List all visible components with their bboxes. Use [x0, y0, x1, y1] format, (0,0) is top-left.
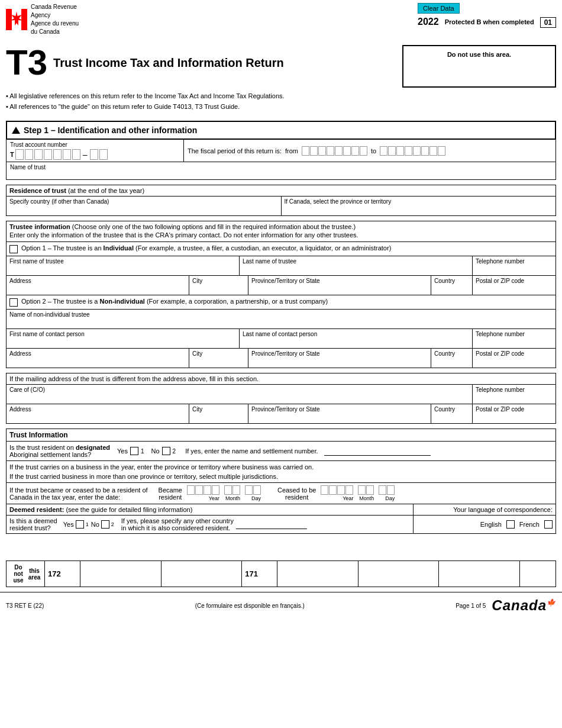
bottom-field-3[interactable] — [280, 569, 355, 578]
option2-text: Option 2 – The trustee is a Non-individu… — [21, 298, 328, 305]
mailing-city-cell: City — [189, 404, 248, 423]
seg-box-3[interactable] — [34, 149, 43, 160]
form-title: T3 Trust Income Tax and Information Retu… — [6, 45, 396, 80]
residence-country-input[interactable] — [9, 205, 278, 214]
agency-en: Canada Revenue — [31, 4, 77, 10]
bottom-field-4[interactable] — [361, 569, 436, 578]
first-name-contact-input[interactable] — [9, 337, 236, 346]
code-171-cell: 171 — [242, 561, 277, 587]
page: Canada Revenue Agency Agence du revenu d… — [0, 0, 562, 619]
bottom-field-6[interactable] — [523, 569, 553, 578]
residence-country-cell: Specify country (if other than Canada) — [7, 197, 282, 215]
maple-leaf-icon — [6, 9, 27, 30]
last-name-contact-input[interactable] — [243, 337, 469, 346]
fiscal-to: to — [371, 147, 376, 154]
bottom-input-1[interactable] — [80, 561, 162, 587]
address-contact-input[interactable] — [9, 357, 186, 366]
deemed-country-input[interactable] — [236, 520, 307, 529]
aboriginal-settlement-input[interactable] — [324, 446, 431, 456]
last-name-trustee-input[interactable] — [243, 265, 469, 273]
bottom-field-5[interactable] — [442, 569, 516, 578]
bottom-input-3[interactable] — [277, 561, 358, 587]
option2-checkbox[interactable] — [9, 298, 18, 307]
clear-data-button[interactable]: Clear Data — [418, 3, 460, 14]
aboriginal-yes-box[interactable] — [130, 447, 138, 455]
seg-box-4[interactable] — [44, 149, 52, 160]
is-deemed-left: Is this a deemed resident trust? Yes 1 N… — [7, 516, 414, 533]
bottom-do-not-use-label: Do not use this area — [7, 561, 45, 587]
deemed-yes-box[interactable] — [76, 520, 84, 529]
main-layout: T3 Trust Income Tax and Information Retu… — [0, 39, 562, 116]
name-of-trust-input[interactable] — [10, 170, 552, 178]
seg-box-7[interactable] — [72, 149, 80, 160]
bullet-list: All legislative references on this retur… — [0, 90, 402, 116]
residence-section: Residence of trust (at the end of the ta… — [6, 185, 556, 216]
became-ceased-row: If the trust became or ceased to be a re… — [6, 483, 556, 504]
french-box[interactable] — [544, 520, 553, 529]
last-name-trustee-cell: Last name of trustee — [240, 256, 473, 275]
first-name-trustee-input[interactable] — [9, 265, 236, 273]
deemed-no-box[interactable] — [101, 520, 109, 529]
telephone-trustee-input[interactable] — [476, 265, 553, 273]
postal-trustee-input[interactable] — [476, 284, 553, 293]
bottom-field-2[interactable] — [164, 569, 239, 578]
is-deemed-row: Is this a deemed resident trust? Yes 1 N… — [6, 516, 556, 534]
seg-box-1[interactable] — [15, 149, 24, 160]
bottom-input-5[interactable] — [439, 561, 520, 587]
mailing-telephone-input[interactable] — [476, 393, 553, 402]
mailing-city-input[interactable] — [192, 413, 245, 421]
telephone-contact-input[interactable] — [476, 337, 553, 346]
english-box[interactable] — [506, 520, 515, 529]
trust-info-header: Trust Information — [6, 429, 556, 442]
option1-checkbox[interactable] — [9, 245, 18, 253]
bottom-cells: 172 171 — [45, 561, 555, 587]
bottom-input-4[interactable] — [358, 561, 440, 587]
residence-province-input[interactable] — [285, 205, 553, 214]
agency-en2: Agency — [31, 12, 50, 18]
seg-box-6[interactable] — [63, 149, 71, 160]
code-172-cell: 172 — [45, 561, 80, 587]
trustee-address-row: Address City Province/Territory or State… — [7, 276, 555, 295]
footer-page: Page 1 of 5 — [456, 603, 486, 609]
residence-row: Specify country (if other than Canada) I… — [6, 197, 556, 216]
trust-account-input-row: T – — [10, 149, 180, 160]
became-resident-group: Became resident — [159, 487, 182, 501]
mailing-postal-input[interactable] — [476, 413, 553, 421]
mailing-country-input[interactable] — [434, 413, 469, 421]
aboriginal-no-box[interactable] — [162, 447, 170, 455]
city-contact-input[interactable] — [192, 357, 245, 366]
city-trustee-input[interactable] — [192, 284, 245, 293]
mailing-address-input[interactable] — [9, 413, 186, 421]
seg-box-2[interactable] — [25, 149, 33, 160]
aboriginal-if-yes: If yes, enter the name and settlement nu… — [185, 447, 318, 455]
postal-contact-input[interactable] — [476, 357, 553, 366]
province-contact-input[interactable] — [251, 357, 428, 366]
address-trustee-input[interactable] — [9, 284, 186, 293]
mailing-province-cell: Province/Territory or State — [248, 404, 431, 423]
province-trustee-cell: Province/Territory or State — [248, 276, 431, 295]
seg-box-8[interactable] — [90, 149, 98, 160]
agency-fr2: du Canada — [31, 28, 60, 35]
bottom-field-1[interactable] — [83, 569, 158, 578]
seg-box-9[interactable] — [99, 149, 108, 160]
step1-label: Step 1 – Identification and other inform… — [24, 125, 197, 135]
country-contact-input[interactable] — [434, 357, 469, 366]
bottom-input-6[interactable] — [520, 561, 555, 587]
country-trustee-cell: Country — [431, 276, 473, 295]
mailing-province-input[interactable] — [251, 413, 428, 421]
first-name-contact-cell: First name of contact person — [7, 329, 240, 348]
do-not-use-label: Do not use this area. — [408, 51, 550, 58]
bottom-input-2[interactable] — [162, 561, 243, 587]
seg-box-5[interactable] — [53, 149, 62, 160]
aboriginal-row: Is the trust resident on designated Abor… — [6, 442, 556, 461]
province-trustee-input[interactable] — [251, 284, 428, 293]
non-individual-name-input[interactable] — [9, 318, 553, 327]
contact-address-row: Address City Province/Territory or State… — [7, 349, 555, 368]
bottom-section: Do not use this area 172 171 — [6, 561, 556, 587]
non-individual-name-cell: Name of non-individual trustee — [7, 310, 555, 328]
mailing-fields: Care of (C/O) Telephone number Address C… — [6, 385, 556, 424]
mailing-telephone-cell: Telephone number — [473, 385, 555, 404]
form-title-text: Trust Income Tax and Information Return — [53, 56, 284, 70]
care-of-input[interactable] — [9, 393, 469, 402]
country-trustee-input[interactable] — [434, 284, 469, 293]
